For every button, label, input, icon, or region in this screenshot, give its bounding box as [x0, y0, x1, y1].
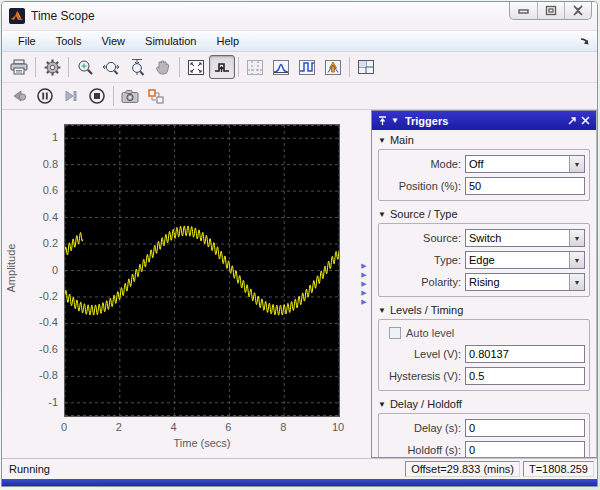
section-delay-holdoff[interactable]: ▼ Delay / Holdoff — [372, 394, 596, 412]
zoom-y-icon — [129, 58, 145, 76]
type-select[interactable]: Edge ▼ — [465, 251, 585, 269]
scope-plot[interactable] — [64, 124, 340, 417]
undock-panel-icon[interactable] — [567, 116, 577, 126]
x-tick-label: 10 — [332, 421, 344, 433]
section-collapse-icon: ▼ — [378, 400, 386, 409]
y-tick-label: 1 — [2, 131, 58, 143]
simulation-toolbar — [2, 83, 597, 110]
highlight-simulink-block-button[interactable] — [143, 84, 169, 108]
pan-button[interactable] — [150, 55, 176, 79]
time-readout: T=1808.259 — [523, 461, 594, 477]
x-tick-label: 0 — [61, 421, 67, 433]
matlab-app-icon — [9, 8, 25, 24]
configuration-properties-button[interactable] — [39, 55, 65, 79]
zoom-x-button[interactable] — [98, 55, 124, 79]
pause-button[interactable] — [32, 84, 58, 108]
window-title: Time Scope — [31, 9, 95, 23]
triggers-button[interactable] — [209, 55, 235, 79]
level-input[interactable]: 0.80137 — [465, 345, 585, 363]
zoom-x-icon — [102, 59, 120, 76]
layout-button[interactable] — [353, 55, 379, 79]
triggers-panel-header[interactable]: ▼ Triggers — [372, 111, 596, 130]
signal-statistics-button[interactable] — [268, 55, 294, 79]
pause-icon — [36, 87, 54, 105]
peak-finder-icon — [324, 59, 342, 76]
section-levels-timing[interactable]: ▼ Levels / Timing — [372, 300, 596, 318]
menu-overflow-arrow-icon[interactable] — [579, 35, 591, 47]
status-text: Running — [9, 463, 402, 475]
x-tick-label: 4 — [171, 421, 177, 433]
mode-select[interactable]: Off ▼ — [465, 155, 585, 173]
scale-axes-to-fit-button[interactable] — [183, 55, 209, 79]
window-controls — [509, 2, 592, 20]
auto-level-row: Auto level — [383, 323, 585, 343]
triggers-panel-title: Triggers — [405, 115, 565, 127]
main-toolbar — [2, 52, 597, 83]
position-input[interactable]: 50 — [465, 177, 585, 195]
step-back-button[interactable] — [6, 84, 32, 108]
chevron-down-icon[interactable]: ▼ — [569, 274, 584, 290]
holdoff-row: Holdoff (s): 0 — [383, 439, 585, 458]
restore-icon — [545, 5, 557, 16]
delay-input[interactable]: 0 — [465, 419, 585, 437]
menu-file[interactable]: File — [8, 32, 46, 50]
offset-readout: Offset=29.833 (mins) — [405, 461, 520, 477]
section-collapse-icon: ▼ — [378, 136, 386, 145]
plot-region: Amplitude 10.80.60.40.20-0.2-0.4-0.6-0.8… — [2, 110, 357, 458]
close-button[interactable] — [564, 2, 591, 19]
chevron-down-icon[interactable]: ▼ — [569, 156, 584, 172]
holdoff-input[interactable]: 0 — [465, 441, 585, 458]
hysteresis-input[interactable]: 0.5 — [465, 367, 585, 385]
fit-to-view-icon — [187, 59, 205, 76]
splitter-arrow-icon: ▶ — [361, 280, 366, 288]
bilevel-measurements-button[interactable] — [294, 55, 320, 79]
menu-bar: File Tools View Simulation Help — [2, 30, 597, 52]
content-area: Amplitude 10.80.60.40.20-0.2-0.4-0.6-0.8… — [2, 110, 597, 458]
toolbar-separator — [179, 57, 180, 77]
chevron-down-icon[interactable]: ▼ — [569, 230, 584, 246]
y-tick-label: 0.2 — [2, 237, 58, 249]
layout-icon — [357, 59, 375, 75]
cursor-measurements-button[interactable] — [242, 55, 268, 79]
zoom-y-button[interactable] — [124, 55, 150, 79]
x-tick-label: 6 — [225, 421, 231, 433]
title-bar[interactable]: Time Scope — [2, 2, 597, 30]
snapshot-button[interactable] — [117, 84, 143, 108]
menu-tools[interactable]: Tools — [46, 32, 92, 50]
step-forward-icon — [62, 88, 80, 104]
print-button[interactable] — [6, 55, 32, 79]
collapse-panel-icon[interactable]: ▼ — [391, 116, 399, 125]
peak-finder-button[interactable] — [320, 55, 346, 79]
menu-help[interactable]: Help — [206, 32, 249, 50]
restore-button[interactable] — [537, 2, 564, 19]
source-type-group: Source: Switch ▼ Type: Edge ▼ Polarity: — [378, 223, 590, 297]
pin-panel-icon[interactable] — [378, 116, 387, 126]
polarity-select[interactable]: Rising ▼ — [465, 273, 585, 291]
step-forward-button[interactable] — [58, 84, 84, 108]
menu-simulation[interactable]: Simulation — [135, 32, 206, 50]
section-source-type[interactable]: ▼ Source / Type — [372, 204, 596, 222]
close-panel-icon[interactable] — [581, 116, 590, 125]
y-tick-label: -0.2 — [2, 290, 58, 302]
menu-view[interactable]: View — [91, 32, 135, 50]
chevron-down-icon[interactable]: ▼ — [569, 252, 584, 268]
minimize-button[interactable] — [510, 2, 537, 19]
y-tick-label: 0.4 — [2, 211, 58, 223]
splitter-arrow-icon: ▶ — [361, 271, 366, 279]
section-main[interactable]: ▼ Main — [372, 130, 596, 148]
panel-splitter[interactable]: ▶ ▶ ▶ ▶ ▶ — [357, 110, 371, 458]
zoom-in-button[interactable] — [72, 55, 98, 79]
auto-level-checkbox[interactable] — [389, 327, 401, 339]
stop-button[interactable] — [84, 84, 110, 108]
section-collapse-icon: ▼ — [378, 306, 386, 315]
y-tick-label: -0.6 — [2, 343, 58, 355]
delay-holdoff-group: Delay (s): 0 Holdoff (s): 0 — [378, 413, 590, 458]
source-row: Source: Switch ▼ — [383, 227, 585, 249]
toolbar-separator — [113, 86, 114, 106]
level-row: Level (V): 0.80137 — [383, 343, 585, 365]
position-row: Position (%): 50 — [383, 175, 585, 197]
toolbar-separator — [35, 57, 36, 77]
camera-icon — [121, 89, 139, 104]
source-select[interactable]: Switch ▼ — [465, 229, 585, 247]
x-axis-label: Time (secs) — [64, 437, 340, 449]
